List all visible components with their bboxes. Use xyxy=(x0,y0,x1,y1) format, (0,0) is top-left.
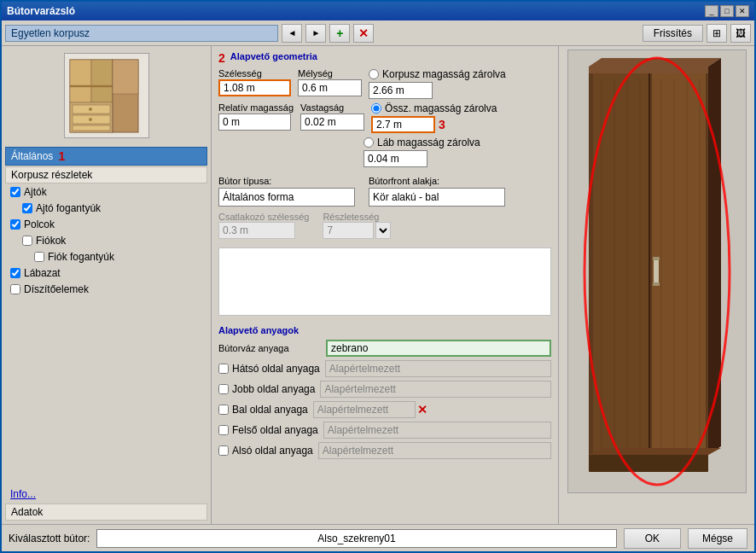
nav-fiokok[interactable]: Fiókok xyxy=(5,233,207,248)
korpusz-magassag-radio[interactable] xyxy=(369,69,379,79)
nav-ajtok[interactable]: Ajtók xyxy=(5,184,207,200)
nav-diszitoelemek[interactable]: Díszítőelemek xyxy=(5,282,207,297)
felso-checkbox[interactable] xyxy=(218,425,229,435)
ajtok-label: Ajtók xyxy=(24,186,47,198)
3d-view xyxy=(567,49,747,493)
vastagsag-input[interactable] xyxy=(300,114,364,131)
frissites-button[interactable]: Frissítés xyxy=(643,25,703,42)
bal-input[interactable] xyxy=(313,401,416,418)
svg-rect-1 xyxy=(70,60,91,102)
butorva-input[interactable] xyxy=(326,340,551,357)
nav-ajto-fogantyuk[interactable]: Ajtó fogantyúk xyxy=(5,201,207,216)
jobb-input[interactable] xyxy=(320,381,551,398)
bal-checkbox[interactable] xyxy=(218,405,229,415)
ajto-fogantyuk-checkbox[interactable] xyxy=(22,203,32,213)
hatso-checkbox[interactable] xyxy=(218,364,229,374)
nav-korpusz-label: Korpusz részletek xyxy=(11,169,92,181)
butorfront-container: Bútorfront alakja: Kör alakú - bal xyxy=(369,176,505,207)
kivalasztott-input[interactable] xyxy=(96,529,616,548)
also-input[interactable] xyxy=(318,442,551,459)
butorfront-select[interactable]: Kör alakú - bal xyxy=(369,188,505,207)
bottom-bar: Kiválasztott bútor: OK Mégse xyxy=(2,524,754,551)
fiokok-label: Fiókok xyxy=(36,235,66,247)
reszletesseg-input[interactable] xyxy=(323,222,374,239)
polcok-checkbox[interactable] xyxy=(10,219,20,230)
ajtok-checkbox[interactable] xyxy=(10,187,20,197)
svg-rect-27 xyxy=(653,257,660,260)
nav-polcok[interactable]: Polcok xyxy=(5,217,207,232)
adatok-label: Adatok xyxy=(11,506,43,518)
left-panel: Általános 1 Korpusz részletek Ajtók Ajtó… xyxy=(2,46,212,524)
kivalasztott-label: Kiválasztott bútor: xyxy=(9,533,90,544)
main-content: Általános 1 Korpusz részletek Ajtók Ajtó… xyxy=(2,46,754,524)
fiok-fogantyuk-checkbox[interactable] xyxy=(34,252,44,262)
close-btn[interactable]: ✕ xyxy=(736,5,749,17)
also-checkbox-label[interactable]: Alsó oldal anyaga xyxy=(218,445,313,457)
delete-btn[interactable]: ✕ xyxy=(353,24,374,43)
forward-btn[interactable]: ► xyxy=(305,24,326,43)
lab-magassag-radio[interactable] xyxy=(363,137,374,148)
csatlakozo-szelesseg-label: Csatlakozó szélesség xyxy=(218,212,309,222)
lab-magassag-radio-row: Láb magasság zárolva xyxy=(363,137,480,148)
labazat-checkbox[interactable] xyxy=(10,268,20,278)
ossz-magassag-input[interactable] xyxy=(371,116,435,133)
ok-button[interactable]: OK xyxy=(624,528,681,549)
main-window: Bútorvarázsló _ □ ✕ Egyetlen korpusz ◄ ►… xyxy=(0,0,756,553)
info-link[interactable]: Info... xyxy=(5,486,207,502)
polcok-label: Polcok xyxy=(24,218,55,230)
felso-label: Felső oldal anyaga xyxy=(232,424,318,436)
jobb-checkbox[interactable] xyxy=(218,384,229,394)
felso-input[interactable] xyxy=(323,422,551,439)
korpusz-magassag-label: Korpusz magasság zárolva xyxy=(382,68,506,80)
megse-button[interactable]: Mégse xyxy=(688,528,747,549)
butor-tipus-select[interactable]: Általános forma xyxy=(218,188,355,207)
svg-marker-30 xyxy=(589,448,721,455)
tab-label: Egyetlen korpusz xyxy=(5,25,278,42)
jobb-checkbox-label[interactable]: Jobb oldal anyaga xyxy=(218,383,315,395)
felso-checkbox-label[interactable]: Felső oldal anyaga xyxy=(218,424,318,436)
szelesseg-input[interactable] xyxy=(218,79,291,96)
butorfront-label: Bútorfront alakja: xyxy=(369,176,505,186)
nav-korpusz[interactable]: Korpusz részletek xyxy=(5,166,207,183)
svg-rect-26 xyxy=(654,259,659,284)
annotation-3: 3 xyxy=(439,118,445,131)
bal-delete-btn[interactable]: ✕ xyxy=(417,403,427,416)
reszletesseg-select[interactable] xyxy=(375,222,391,239)
nav-labazat[interactable]: Lábazat xyxy=(5,265,207,281)
magassag-input[interactable] xyxy=(369,82,433,99)
image-icon-btn[interactable]: 🖼 xyxy=(730,24,751,43)
relativ-magassag-label: Relatív magasság xyxy=(218,102,294,113)
svg-rect-11 xyxy=(113,60,138,94)
hatso-label: Hátsó oldal anyaga xyxy=(232,363,320,375)
bal-checkbox-label[interactable]: Bal oldal anyaga xyxy=(218,404,308,416)
geometry-section: 2 Alapvető geometria Szélesség Mélység xyxy=(218,51,551,171)
lab-magassag-input[interactable] xyxy=(363,150,427,167)
geometry-label: Alapvető geometria xyxy=(230,51,317,61)
svg-rect-6 xyxy=(73,125,110,131)
svg-point-8 xyxy=(89,118,92,121)
hatso-input[interactable] xyxy=(325,360,551,377)
melyseg-input[interactable] xyxy=(298,79,362,96)
toolbar: Egyetlen korpusz ◄ ► + ✕ Frissítés ⊞ 🖼 xyxy=(2,20,754,46)
diszitoelemek-checkbox[interactable] xyxy=(10,284,20,294)
csatlakozo-szelesseg-input[interactable] xyxy=(218,222,295,239)
middle-panel: 2 Alapvető geometria Szélesség Mélység xyxy=(212,46,558,524)
also-row: Alsó oldal anyaga xyxy=(218,442,551,459)
fiokok-checkbox[interactable] xyxy=(22,236,32,246)
relativ-magassag-input[interactable] xyxy=(218,114,291,131)
back-btn[interactable]: ◄ xyxy=(282,24,302,43)
nav-altalanos[interactable]: Általános 1 xyxy=(5,147,207,166)
melyseg-label: Mélység xyxy=(298,68,362,79)
ossz-magassag-radio[interactable] xyxy=(371,103,381,114)
bal-row: Bal oldal anyaga ✕ xyxy=(218,401,551,418)
svg-rect-29 xyxy=(589,455,708,472)
butor-tipus-container: Bútor típusa: Általános forma xyxy=(218,176,355,207)
minimize-btn[interactable]: _ xyxy=(705,5,718,17)
adatok-item[interactable]: Adatok xyxy=(5,504,207,521)
add-btn[interactable]: + xyxy=(329,24,350,43)
grid-icon-btn[interactable]: ⊞ xyxy=(707,24,727,43)
also-checkbox[interactable] xyxy=(218,445,229,456)
hatso-checkbox-label[interactable]: Hátsó oldal anyaga xyxy=(218,363,320,375)
maximize-btn[interactable]: □ xyxy=(720,5,734,17)
nav-fiok-fogantyuk[interactable]: Fiók fogantyúk xyxy=(5,249,207,265)
